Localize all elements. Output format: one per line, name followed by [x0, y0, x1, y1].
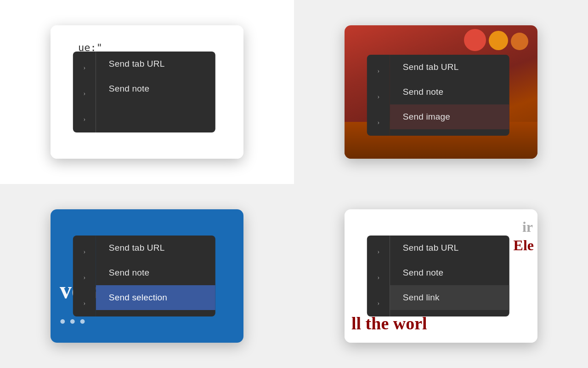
context-menu-1: › › › Send tab URL Send note: [73, 52, 215, 132]
context-menu-2: › › › Send tab URL Send note Send image: [367, 55, 509, 136]
chevron-icon-4-1: ›: [377, 248, 379, 256]
sidebar-row-2-2[interactable]: ›: [367, 84, 390, 110]
sidebar-strip-2: › › ›: [367, 55, 390, 136]
menu-item-send-tab-url-3[interactable]: Send tab URL: [96, 236, 215, 260]
menu-item-send-selection-3[interactable]: Send selection: [96, 285, 215, 310]
menu-panel-2: Send tab URL Send note Send image: [390, 55, 509, 136]
menu-panel-3: Send tab URL Send note Send selection: [96, 236, 215, 316]
quadrant-1: ue:" s the mouse but › › › Send tab URL …: [0, 0, 294, 184]
chevron-icon-3-2: ›: [83, 274, 85, 282]
menu-item-send-image-2[interactable]: Send image: [390, 104, 509, 129]
chevron-icon-2-1: ›: [377, 68, 379, 75]
card-4: ir Ele ll the worl › › › Send tab URL Se…: [345, 209, 537, 343]
sidebar-strip-1: › › ›: [73, 52, 96, 132]
chevron-icon-3-3: ›: [83, 300, 85, 307]
menu-item-send-note-4[interactable]: Send note: [390, 260, 509, 285]
menu-item-send-note-3[interactable]: Send note: [96, 260, 215, 285]
sidebar-row-1-2[interactable]: ›: [73, 81, 96, 107]
sidebar-row-3-1[interactable]: ›: [73, 239, 96, 265]
menu-item-send-note-1[interactable]: Send note: [96, 76, 215, 101]
menu-item-send-tab-url-2[interactable]: Send tab URL: [390, 55, 509, 80]
context-menu-4: › › › Send tab URL Send note Send link: [367, 236, 509, 316]
menu-panel-4: Send tab URL Send note Send link: [390, 236, 509, 316]
menu-item-send-note-2[interactable]: Send note: [390, 80, 509, 104]
card-2: › › › Send tab URL Send note Send image: [345, 25, 537, 159]
sidebar-row-4-1[interactable]: ›: [367, 239, 390, 265]
chevron-icon-4-2: ›: [377, 274, 379, 282]
chevron-icon-4-3: ›: [377, 300, 379, 307]
sidebar-row-2-1[interactable]: ›: [367, 58, 390, 84]
sidebar-row-3-3[interactable]: ›: [73, 291, 96, 316]
sidebar-row-1-1[interactable]: ›: [73, 55, 96, 81]
chevron-icon-2-3: ›: [377, 119, 379, 126]
chevron-icon-1-3: ›: [83, 116, 85, 123]
menu-item-send-link-4[interactable]: Send link: [390, 285, 509, 310]
sidebar-row-4-2[interactable]: ›: [367, 265, 390, 291]
chevron-icon-2-2: ›: [377, 93, 379, 101]
menu-item-send-tab-url-4[interactable]: Send tab URL: [390, 236, 509, 260]
sidebar-row-4-3[interactable]: ›: [367, 291, 390, 316]
quadrant-3: veral images • • • › › › Send tab URL Se…: [0, 184, 294, 368]
sidebar-strip-4: › › ›: [367, 236, 390, 316]
sidebar-row-1-3[interactable]: ›: [73, 107, 96, 132]
quadrant-4: ir Ele ll the worl › › › Send tab URL Se…: [294, 184, 588, 368]
card-3: veral images • • • › › › Send tab URL Se…: [51, 209, 243, 343]
menu-panel-1: Send tab URL Send note: [96, 52, 215, 132]
menu-item-send-tab-url-1[interactable]: Send tab URL: [96, 52, 215, 76]
sidebar-row-3-2[interactable]: ›: [73, 265, 96, 291]
chevron-icon-1-2: ›: [83, 90, 85, 98]
sidebar-strip-3: › › ›: [73, 236, 96, 316]
context-menu-3: › › › Send tab URL Send note Send select…: [73, 236, 215, 316]
chevron-icon-3-1: ›: [83, 248, 85, 256]
card-1: ue:" s the mouse but › › › Send tab URL …: [51, 25, 243, 159]
quadrant-2: › › › Send tab URL Send note Send image: [294, 0, 588, 184]
chevron-icon-1-1: ›: [83, 64, 85, 72]
sidebar-row-2-3[interactable]: ›: [367, 110, 390, 136]
